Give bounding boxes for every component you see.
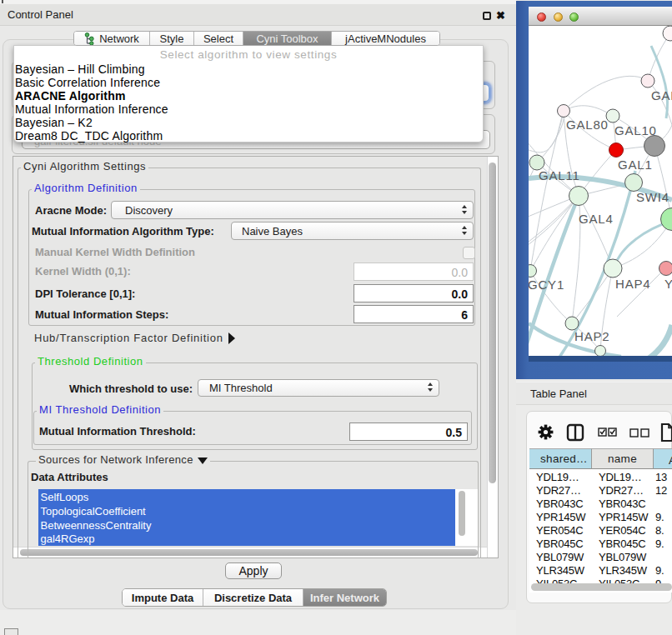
svg-text:GAL1: GAL1 — [618, 158, 653, 172]
svg-text:GAL80: GAL80 — [566, 118, 609, 132]
svg-text:HAP2: HAP2 — [574, 329, 609, 343]
svg-text:GCY1: GCY1 — [529, 278, 564, 292]
svg-text:SWI4: SWI4 — [636, 190, 669, 204]
svg-text:GAL11: GAL11 — [539, 168, 580, 182]
svg-text:HAP4: HAP4 — [615, 277, 650, 291]
svg-text:GAL7: GAL7 — [651, 88, 672, 102]
svg-text:GAL10: GAL10 — [614, 123, 657, 138]
svg-text:Y: Y — [664, 277, 672, 291]
svg-text:GAL4: GAL4 — [579, 212, 614, 226]
